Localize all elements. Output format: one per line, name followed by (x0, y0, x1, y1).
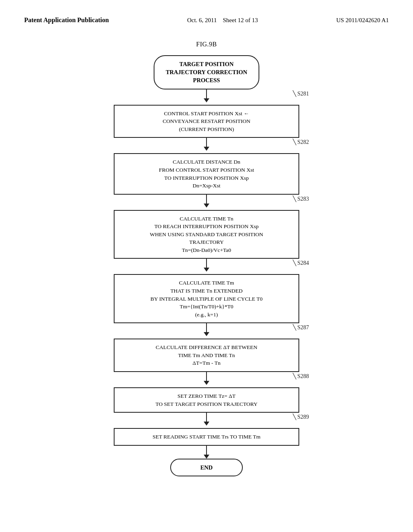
end-box: END (170, 459, 243, 476)
step-s281-text: CONTROL START POSITION Xst ←CONVEYANCE R… (163, 110, 250, 132)
step-label-s282: ╲ S282 (293, 139, 309, 145)
start-box: TARGET POSITIONTRAJECTORY CORRECTIONPROC… (154, 55, 259, 89)
date-sheet-info: Oct. 6, 2011 Sheet 12 of 13 (187, 17, 258, 25)
patent-number: US 2011/0242620 A1 (336, 17, 389, 25)
step-label-s287: ╲ S287 (293, 324, 309, 331)
page-header: Patent Application Publication Oct. 6, 2… (0, 0, 413, 29)
step-label-s289: ╲ S289 (293, 414, 309, 420)
sheet-number: Sheet 12 of 13 (223, 17, 258, 23)
publication-text: Patent Application Publication (24, 17, 109, 23)
step-s281-box: CONTROL START POSITION Xst ←CONVEYANCE R… (114, 105, 299, 138)
step-s282-box: CALCULATE DISTANCE DnFROM CONTROL START … (114, 153, 299, 194)
step-s289-text: SET READING START TIME Trs TO TIME Tm (152, 434, 261, 440)
start-box-text: TARGET POSITIONTRAJECTORY CORRECTIONPROC… (166, 61, 247, 84)
connector-s281: ╲ S281 (81, 89, 332, 105)
step-s289-box: SET READING START TIME Trs TO TIME Tm (114, 428, 299, 446)
step-s282-text: CALCULATE DISTANCE DnFROM CONTROL START … (159, 159, 254, 189)
figure-label: FIG.9B (196, 41, 217, 48)
step-s283-text: CALCULATE TIME TnTO REACH INTERRUPTION P… (150, 216, 263, 253)
step-label-s288: ╲ S288 (293, 373, 309, 380)
step-s287-text: CALCULATE DIFFERENCE ΔT BETWEENTIME Tm A… (156, 344, 257, 366)
connector-s287: ╲ S287 (81, 323, 332, 339)
connector-end (204, 446, 209, 459)
flowchart: TARGET POSITIONTRAJECTORY CORRECTIONPROC… (81, 55, 332, 476)
step-s283-box: CALCULATE TIME TnTO REACH INTERRUPTION P… (114, 210, 299, 259)
step-label-s283: ╲ S283 (293, 195, 309, 202)
step-s288-box: SET ZERO TIME Tz= ΔTTO SET TARGET POSITI… (114, 387, 299, 413)
connector-s283: ╲ S283 (81, 195, 332, 210)
connector-s289: ╲ S289 (81, 413, 332, 428)
main-content: FIG.9B TARGET POSITIONTRAJECTORY CORRECT… (0, 29, 413, 476)
step-label-s284: ╲ S284 (293, 260, 309, 266)
connector-s288: ╲ S288 (81, 372, 332, 387)
publication-date: Oct. 6, 2011 (187, 17, 217, 23)
end-box-text: END (200, 464, 213, 471)
connector-s282: ╲ S282 (81, 138, 332, 153)
step-label-s281: ╲ S281 (293, 90, 309, 97)
step-s284-box: CALCULATE TIME TmTHAT IS TIME Tn EXTENDE… (114, 274, 299, 323)
patent-number-text: US 2011/0242620 A1 (336, 17, 389, 23)
publication-label: Patent Application Publication (24, 16, 109, 25)
step-s287-box: CALCULATE DIFFERENCE ΔT BETWEENTIME Tm A… (114, 339, 299, 372)
connector-s284: ╲ S284 (81, 259, 332, 274)
step-s288-text: SET ZERO TIME Tz= ΔTTO SET TARGET POSITI… (155, 393, 257, 407)
step-s284-text: CALCULATE TIME TmTHAT IS TIME Tn EXTENDE… (150, 280, 263, 317)
